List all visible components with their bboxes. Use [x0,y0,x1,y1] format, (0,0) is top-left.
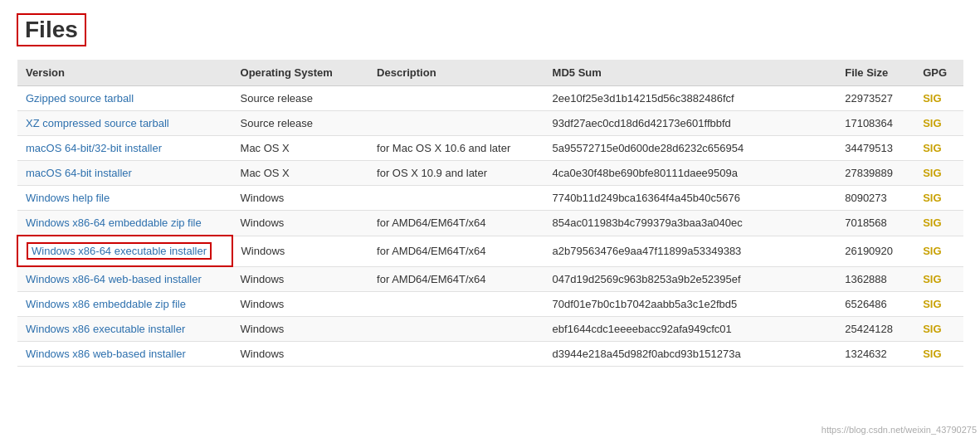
sig-link[interactable]: SIG [923,92,941,105]
cell-gpg: SIG [914,161,963,186]
file-link[interactable]: Windows x86 embeddable zip file [26,298,186,310]
cell-gpg: SIG [914,342,963,367]
file-link[interactable]: XZ compressed source tarball [26,117,169,129]
table-header-row: Version Operating System Description MD5… [17,60,963,86]
sig-link[interactable]: SIG [923,245,941,257]
cell-filesize: 22973527 [836,86,914,111]
table-row: Gzipped source tarballSource release2ee1… [17,86,963,111]
table-row: Windows x86 embeddable zip fileWindows70… [17,292,963,317]
cell-filesize: 26190920 [836,236,914,266]
cell-md5: 70df01e7b0c1b7042aabb5a3c1e2fbd5 [544,292,837,317]
cell-os: Source release [232,111,369,136]
cell-os: Windows [232,266,369,292]
cell-md5: a2b79563476e9aa47f11899a53349383 [544,236,837,266]
cell-description: for AMD64/EM64T/x64 [368,211,544,236]
cell-version: Windows x86 executable installer [17,317,232,342]
cell-md5: 4ca0e30f48be690bfe80111daee9509a [544,161,837,186]
cell-os: Windows [232,236,369,266]
cell-md5: 93df27aec0cd18d6d42173e601ffbbfd [544,111,837,136]
cell-filesize: 8090273 [836,186,914,211]
cell-filesize: 25424128 [836,317,914,342]
cell-gpg: SIG [914,111,963,136]
cell-filesize: 1324632 [836,342,914,367]
cell-version: XZ compressed source tarball [17,111,232,136]
cell-version: macOS 64-bit/32-bit installer [17,136,232,161]
cell-gpg: SIG [914,236,963,266]
cell-filesize: 34479513 [836,136,914,161]
file-link[interactable]: Gzipped source tarball [26,92,134,105]
cell-filesize: 17108364 [836,111,914,136]
cell-version: Windows x86 web-based installer [17,342,232,367]
cell-md5: 5a95572715e0d600de28d6232c656954 [544,136,837,161]
cell-description [368,111,544,136]
sig-link[interactable]: SIG [923,273,941,285]
cell-description [368,292,544,317]
header-md5: MD5 Sum [544,60,837,86]
table-row: XZ compressed source tarballSource relea… [17,111,963,136]
cell-os: Windows [232,317,369,342]
cell-md5: 7740b11d249bca16364f4a45b40c5676 [544,186,837,211]
cell-gpg: SIG [914,186,963,211]
table-row: macOS 64-bit/32-bit installerMac OS Xfor… [17,136,963,161]
cell-os: Windows [232,342,369,367]
header-gpg: GPG [914,60,963,86]
cell-filesize: 27839889 [836,161,914,186]
table-row: Windows help fileWindows7740b11d249bca16… [17,186,963,211]
cell-md5: 047d19d2569c963b8253a9b2e52395ef [544,266,837,292]
table-row: Windows x86-64 embeddable zip fileWindow… [17,211,963,236]
cell-version: Gzipped source tarball [17,86,232,111]
sig-link[interactable]: SIG [923,117,941,129]
cell-version: Windows x86-64 embeddable zip file [17,211,232,236]
cell-md5: ebf1644cdc1eeeebacc92afa949cfc01 [544,317,837,342]
cell-md5: 854ac011983b4c799379a3baa3a040ec [544,211,837,236]
file-link[interactable]: macOS 64-bit installer [26,167,132,179]
file-link[interactable]: Windows x86-64 web-based installer [26,273,202,285]
sig-link[interactable]: SIG [923,323,941,335]
cell-os: Windows [232,292,369,317]
cell-description [368,186,544,211]
files-table: Version Operating System Description MD5… [17,60,963,367]
cell-os: Mac OS X [232,136,369,161]
header-filesize: File Size [836,60,914,86]
cell-filesize: 6526486 [836,292,914,317]
sig-link[interactable]: SIG [923,348,941,360]
table-row: Windows x86-64 web-based installerWindow… [17,266,963,292]
cell-description [368,317,544,342]
sig-link[interactable]: SIG [923,298,941,310]
sig-link[interactable]: SIG [923,217,941,229]
cell-version: Windows x86-64 web-based installer [17,266,232,292]
cell-os: Mac OS X [232,161,369,186]
table-row: Windows x86-64 executable installerWindo… [17,236,963,266]
cell-os: Source release [232,86,369,111]
cell-gpg: SIG [914,317,963,342]
cell-os: Windows [232,186,369,211]
cell-description: for Mac OS X 10.6 and later [368,136,544,161]
file-link[interactable]: macOS 64-bit/32-bit installer [26,142,162,154]
sig-link[interactable]: SIG [923,167,941,179]
page-title: Files [17,13,86,46]
file-link[interactable]: Windows x86-64 embeddable zip file [26,217,202,229]
cell-md5: d3944e218a45d982f0abcd93b151273a [544,342,837,367]
cell-description [368,342,544,367]
cell-gpg: SIG [914,136,963,161]
cell-description: for AMD64/EM64T/x64 [368,236,544,266]
cell-md5: 2ee10f25e3d1b14215d56c3882486fcf [544,86,837,111]
cell-gpg: SIG [914,266,963,292]
cell-gpg: SIG [914,86,963,111]
sig-link[interactable]: SIG [923,192,941,204]
table-row: Windows x86 web-based installerWindowsd3… [17,342,963,367]
cell-filesize: 7018568 [836,211,914,236]
header-description: Description [368,60,544,86]
file-link[interactable]: Windows x86-64 executable installer [27,242,212,260]
cell-description [368,86,544,111]
table-row: macOS 64-bit installerMac OS Xfor OS X 1… [17,161,963,186]
file-link[interactable]: Windows x86 executable installer [26,323,185,335]
cell-version: Windows x86 embeddable zip file [17,292,232,317]
cell-filesize: 1362888 [836,266,914,292]
header-os: Operating System [232,60,369,86]
sig-link[interactable]: SIG [923,142,941,154]
cell-description: for OS X 10.9 and later [368,161,544,186]
file-link[interactable]: Windows help file [26,192,110,204]
cell-version: Windows x86-64 executable installer [17,236,232,266]
file-link[interactable]: Windows x86 web-based installer [26,348,186,360]
